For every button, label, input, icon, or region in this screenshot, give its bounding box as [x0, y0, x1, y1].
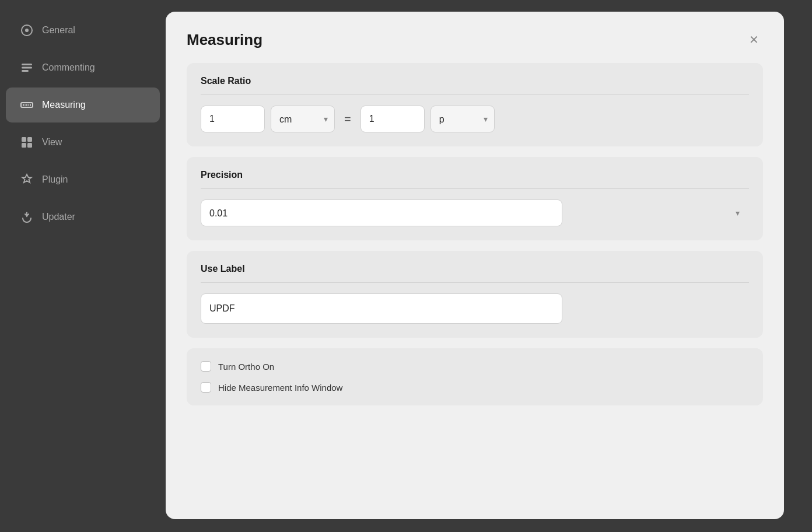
svg-rect-2: [22, 64, 32, 65]
use-label-title: Use Label: [201, 264, 749, 283]
scale-left-unit-wrapper: cm mm in pt: [271, 106, 335, 132]
ortho-checkbox-label: Turn Ortho On: [218, 362, 274, 372]
sidebar-item-updater-label: Updater: [42, 212, 75, 222]
scale-ratio-section: Scale Ratio cm mm in pt = p cm: [187, 63, 763, 146]
sidebar-item-commenting[interactable]: Commenting: [6, 50, 160, 85]
ortho-checkbox[interactable]: [201, 361, 211, 372]
sidebar-item-plugin-label: Plugin: [42, 174, 68, 185]
hide-info-checkbox[interactable]: [201, 382, 211, 393]
sidebar-item-general[interactable]: General: [6, 13, 160, 48]
svg-point-1: [25, 29, 29, 32]
precision-title: Precision: [201, 170, 749, 189]
hide-info-checkbox-row[interactable]: Hide Measurement Info Window: [201, 382, 749, 393]
precision-section: Precision 0.001 0.01 0.1 1 10: [187, 157, 763, 240]
scale-ratio-title: Scale Ratio: [201, 76, 749, 95]
general-icon: [20, 23, 34, 37]
commenting-icon: [20, 61, 34, 75]
svg-rect-4: [22, 70, 29, 72]
sidebar-item-view-label: View: [42, 137, 62, 148]
dialog-header: Measuring ✕: [187, 30, 763, 49]
plugin-icon: [20, 173, 34, 187]
sidebar-item-plugin[interactable]: Plugin: [6, 162, 160, 197]
hide-info-checkbox-label: Hide Measurement Info Window: [218, 383, 342, 393]
dialog-title: Measuring: [187, 31, 262, 49]
updater-icon: [20, 210, 34, 224]
scale-right-value-input[interactable]: [360, 106, 425, 132]
scale-ratio-row: cm mm in pt = p cm mm in pt: [201, 106, 749, 132]
ortho-checkbox-row[interactable]: Turn Ortho On: [201, 361, 749, 372]
svg-rect-14: [27, 143, 32, 148]
sidebar: General Commenting Measuring: [0, 0, 166, 532]
precision-select-wrapper: 0.001 0.01 0.1 1 10: [201, 200, 749, 226]
precision-select[interactable]: 0.001 0.01 0.1 1 10: [201, 200, 562, 226]
sidebar-item-commenting-label: Commenting: [42, 62, 95, 73]
sidebar-item-updater[interactable]: Updater: [6, 200, 160, 235]
scale-right-unit-wrapper: p cm mm in pt: [430, 106, 495, 132]
close-button[interactable]: ✕: [744, 30, 763, 49]
use-label-input[interactable]: [201, 293, 562, 324]
sidebar-item-measuring-label: Measuring: [42, 100, 86, 110]
settings-dialog: Measuring ✕ Scale Ratio cm mm in pt =: [166, 12, 784, 519]
svg-rect-12: [27, 137, 32, 142]
view-icon: [20, 135, 34, 149]
svg-rect-3: [22, 67, 32, 69]
measuring-icon: [20, 98, 34, 112]
use-label-section: Use Label: [187, 251, 763, 338]
svg-rect-11: [22, 137, 26, 142]
scale-left-value-input[interactable]: [201, 106, 265, 132]
sidebar-item-general-label: General: [42, 25, 75, 36]
sidebar-item-view[interactable]: View: [6, 125, 160, 160]
scale-left-unit-select[interactable]: cm mm in pt: [271, 106, 335, 132]
checkboxes-section: Turn Ortho On Hide Measurement Info Wind…: [187, 348, 763, 405]
sidebar-item-measuring[interactable]: Measuring: [6, 88, 160, 123]
svg-rect-13: [22, 143, 26, 148]
equals-sign: =: [344, 113, 351, 126]
main-area: Measuring ✕ Scale Ratio cm mm in pt =: [166, 0, 812, 532]
scale-right-unit-select[interactable]: p cm mm in pt: [430, 106, 495, 132]
